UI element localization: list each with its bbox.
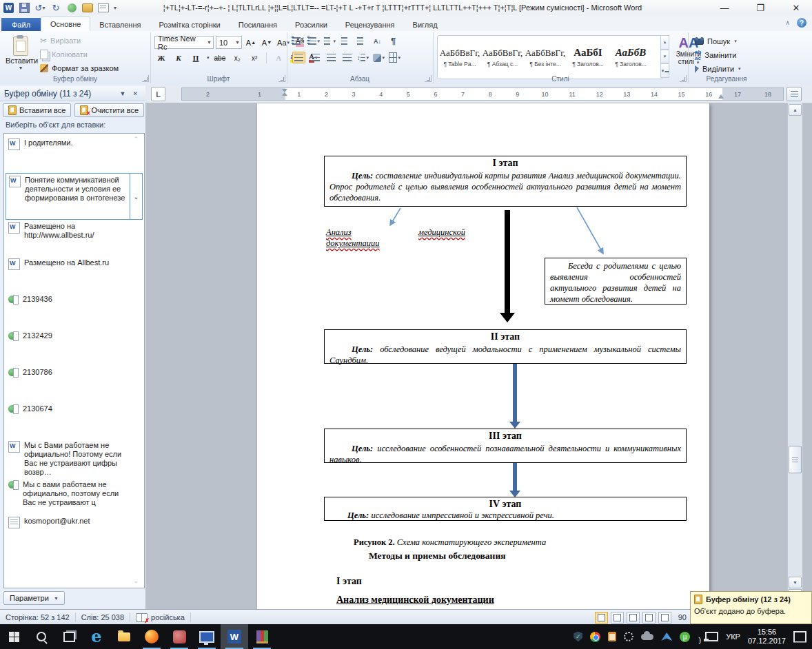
numbering-button[interactable]: ▾ (308, 36, 320, 46)
format-painter-button[interactable]: Формат за зразком (40, 63, 119, 74)
ribbon-tab[interactable]: Вигляд (404, 18, 447, 31)
redo-button[interactable]: ↻ (50, 2, 61, 13)
file-explorer-button[interactable] (110, 624, 138, 649)
word-count[interactable]: Слів: 25 038 (76, 610, 130, 625)
draft-view-button[interactable] (658, 612, 671, 624)
clipboard-list-item[interactable]: 2139436 (6, 293, 143, 329)
save-button[interactable] (19, 2, 30, 13)
clipboard-list-item[interactable]: Размещено на http://www.allbest.ru/ (6, 220, 143, 256)
clipboard-list-item[interactable]: 2130786 (6, 366, 143, 402)
multilevel-list-button[interactable]: ▾ (324, 36, 336, 46)
bold-button[interactable]: Ж (154, 52, 168, 64)
action-center-icon[interactable] (793, 631, 806, 643)
style-card[interactable]: АаБбВ ¶ Заголов... (610, 38, 651, 76)
text-effects-button[interactable]: А (272, 52, 285, 64)
print-layout-view-button[interactable] (595, 612, 608, 624)
clear-all-button[interactable]: Очистити все (74, 103, 144, 117)
vertical-scrollbar[interactable]: ▲ ▼ ▲▲ ● (787, 103, 802, 609)
start-button[interactable] (0, 624, 28, 649)
paragraph-dialog-launcher[interactable] (425, 75, 432, 82)
ribbon-tab[interactable]: Файл (1, 18, 41, 31)
style-card[interactable]: АаБбІ ¶ Заголов... (567, 38, 609, 76)
styles-dialog-launcher[interactable] (680, 75, 687, 82)
word-taskbar-button[interactable]: W (221, 624, 248, 649)
clipboard-notification[interactable]: Буфер обміну (12 з 24) Об'єкт додано до … (690, 591, 812, 624)
decrease-indent-button[interactable] (340, 36, 352, 46)
pane-menu-icon[interactable]: ▼ (116, 90, 130, 97)
clipboard-list-item[interactable]: Мы с Вами работаем не официально! Поэтом… (6, 439, 143, 478)
layout-button[interactable] (98, 2, 109, 13)
line-spacing-button[interactable]: ↕▾ (357, 52, 369, 63)
tab-selector[interactable]: L (151, 87, 165, 101)
ribbon-tab[interactable]: Вставлення (90, 18, 150, 31)
minimize-button[interactable]: — (715, 3, 733, 13)
scroll-down-icon[interactable]: ▼ (789, 577, 802, 588)
borders-button[interactable]: ▾ (389, 52, 400, 63)
ribbon-tab[interactable]: Рецензування (336, 18, 404, 31)
restore-button[interactable]: ❐ (751, 3, 769, 13)
font-size-combo[interactable]: 10▼ (216, 36, 242, 49)
word-app-icon[interactable]: W (3, 3, 14, 13)
clipboard-list-item[interactable]: І родителями. (6, 136, 143, 173)
page-count[interactable]: Сторінка: 52 з 142 (0, 610, 75, 625)
strikethrough-button[interactable]: abе (213, 52, 227, 64)
increase-indent-button[interactable] (356, 36, 367, 46)
search-button[interactable] (28, 624, 55, 649)
onedrive-cloud-icon[interactable] (641, 634, 653, 640)
clipboard-list-item[interactable]: kosmoport@ukr.net (6, 515, 143, 551)
find-button[interactable]: Пошук▾ (695, 36, 737, 47)
antivirus-shield-icon[interactable]: ✓ (574, 632, 582, 642)
font-dialog-launcher[interactable] (278, 75, 285, 82)
minimize-ribbon-icon[interactable]: ∧ (785, 19, 790, 26)
help-icon[interactable]: ? (797, 18, 806, 28)
justify-button[interactable] (341, 52, 353, 63)
clipboard-list-item[interactable]: Мы с вами работаем не официально, поэтом… (6, 478, 143, 515)
ribbon-tab[interactable]: Посилання (230, 18, 286, 31)
fullscreen-view-button[interactable] (611, 612, 624, 624)
show-marks-button[interactable]: ¶ (387, 36, 399, 46)
clipboard-list-item[interactable]: 2130674 (6, 402, 143, 439)
options-button[interactable]: Параметри▼ (3, 591, 65, 605)
right-indent-marker[interactable] (718, 94, 724, 99)
scroll-up-icon[interactable]: ▲ (789, 104, 802, 116)
ribbon-tab[interactable]: Основне (41, 17, 90, 31)
document-page[interactable]: I этап Цель: составление индивидуальной … (257, 103, 709, 609)
copy-button[interactable]: Копіювати (40, 49, 119, 60)
language-switcher[interactable]: УКР (726, 632, 740, 641)
edge-button[interactable]: e (83, 624, 110, 649)
grow-font-button[interactable]: А▲ (244, 37, 258, 49)
replace-button[interactable]: abacЗамінити (695, 50, 737, 61)
style-card[interactable]: АаБбВвГг, ¶ Абзац с... (482, 38, 523, 76)
firefox-button[interactable] (138, 624, 165, 649)
chrome-icon[interactable] (590, 632, 600, 642)
sort-button[interactable]: А↓ (372, 36, 383, 46)
undo-button[interactable]: ↺▾ (34, 2, 45, 13)
underline-button[interactable]: П (189, 52, 203, 64)
indent-marker[interactable] (281, 89, 287, 99)
paste-all-button[interactable]: Вставити все (3, 103, 71, 117)
close-button[interactable]: ✕ (787, 3, 805, 13)
bullets-button[interactable]: ▾ (292, 36, 304, 46)
underline-dropdown-icon[interactable]: ▾ (207, 55, 210, 61)
remote-desktop-button[interactable] (193, 624, 221, 649)
align-left-button[interactable] (292, 52, 305, 63)
drawing-button[interactable] (82, 2, 93, 13)
gallery-up-icon[interactable]: ▲ (660, 35, 669, 50)
scrollbar-thumb[interactable] (789, 446, 802, 473)
style-card[interactable]: АаБбВвГг, ¶ Table Pa... (439, 38, 480, 76)
clipboard-dialog-launcher[interactable] (142, 75, 149, 82)
cut-button[interactable]: ✂Вирізати (40, 35, 119, 46)
clipboard-list-item[interactable]: 2132429 (6, 329, 143, 366)
language-indicator[interactable]: російська (130, 610, 190, 625)
pane-close-icon[interactable]: ✕ (129, 90, 141, 97)
align-right-button[interactable] (325, 52, 337, 63)
shrink-font-button[interactable]: А▼ (260, 37, 274, 49)
superscript-button[interactable]: x² (247, 52, 261, 64)
zoom-level[interactable]: 90 (674, 613, 687, 621)
clipboard-tray-icon[interactable] (608, 632, 616, 641)
qat-customize-dropdown[interactable]: ▾ (114, 5, 116, 11)
ribbon-tab[interactable]: Розсилки (286, 18, 336, 31)
ruler-toggle-button[interactable] (786, 87, 802, 101)
outline-view-button[interactable] (642, 612, 656, 624)
utorrent-icon[interactable]: µ (680, 632, 690, 642)
